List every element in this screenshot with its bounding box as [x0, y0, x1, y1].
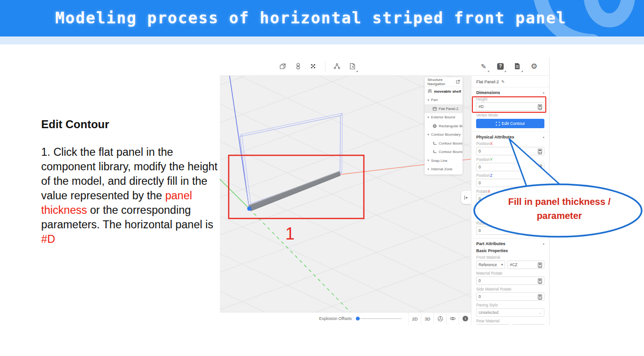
height-label: Height: [476, 97, 544, 102]
formula-icon[interactable]: [538, 104, 542, 109]
section-dimensions[interactable]: Dimensions ▴: [476, 90, 544, 95]
toolbar-separator: [325, 61, 326, 72]
settings-gear-icon[interactable]: ⚙: [530, 63, 538, 70]
tree-item-flat-panel-2[interactable]: Flat Panel-2: [425, 104, 463, 113]
edit-contour-button[interactable]: Edit Contour: [476, 119, 544, 128]
tree-item-contour-boundary-1[interactable]: Contour Bounda: [425, 139, 463, 148]
rear-material-label: Rear Material: [476, 319, 544, 323]
caret-down-icon: ▾: [427, 133, 429, 137]
paving-style-label: Paving Style: [476, 303, 544, 307]
dropdown-caret-icon: [521, 70, 523, 72]
info-icon[interactable]: !: [459, 312, 471, 325]
material-rotate-input[interactable]: 0: [476, 276, 544, 285]
side-material-rotate-input[interactable]: 0: [476, 292, 544, 301]
paving-style-select[interactable]: Unselected ⌄: [476, 308, 544, 317]
tree-item-contour-boundary[interactable]: ▾ Contour Boundary: [425, 131, 463, 139]
structure-nav-title: Structure Navigation: [427, 78, 456, 86]
highlight-parameter: #D: [41, 233, 55, 245]
export-file-icon[interactable]: [348, 63, 356, 70]
vertex-mode-label: Vertex Mode: [476, 113, 544, 117]
height-input[interactable]: #D: [476, 102, 544, 111]
dropdown-caret-icon: [504, 70, 506, 72]
formula-icon[interactable]: [538, 278, 542, 283]
structure-navigation-panel: Structure Navigation: [425, 77, 463, 174]
nodes-icon[interactable]: [333, 63, 340, 70]
basic-properties-label: Basic Properties: [476, 248, 544, 253]
material-rotate-label: Material Rotate: [476, 271, 544, 276]
caret-down-icon: ▾: [427, 116, 429, 119]
expand-panel-icon[interactable]: [456, 80, 460, 85]
callout-bubble: [472, 135, 644, 240]
components-cube-icon[interactable]: [279, 63, 286, 70]
section-part-attributes[interactable]: Part Attributes ▴: [476, 241, 544, 246]
panel-icon: [433, 107, 437, 111]
explosion-offsets-label: Explosion Offsets: [319, 316, 352, 321]
rename-pencil-icon[interactable]: ✎: [501, 80, 505, 84]
instructions-heading: Edit Contour: [41, 118, 224, 131]
chevron-down-icon: ⌄: [539, 311, 542, 315]
contour-frame-icon: [496, 122, 500, 126]
tree-item-snap-line[interactable]: ▾ Snap Line: [425, 156, 463, 165]
instructions-paragraph: 1. Click the flat panel in the component…: [41, 145, 224, 247]
viewport-3d[interactable]: 1 Structure Navigation: [220, 76, 471, 325]
rear-material-mode-select[interactable]: [476, 324, 509, 325]
front-material-input[interactable]: #CZ: [507, 261, 544, 269]
front-material-mode-select[interactable]: Reference ▾: [476, 261, 505, 269]
layers-icon: [427, 89, 432, 94]
document-icon[interactable]: [514, 63, 521, 70]
dropdown-caret-icon: [487, 70, 489, 72]
toolbar-right-group: ✎ ? ⚙: [470, 63, 549, 70]
link-icon[interactable]: [294, 63, 302, 70]
expand-right-icon: ▸: [466, 195, 468, 200]
collapse-up-icon: ▴: [543, 242, 544, 246]
contour-icon: [433, 150, 437, 154]
header-strip: [0, 36, 644, 44]
orbit-gizmo-icon[interactable]: [434, 312, 446, 325]
sphere-icon: [433, 124, 437, 128]
visibility-eye-icon[interactable]: [446, 312, 459, 325]
tree-item-contour-boundary-2[interactable]: Contour Bounda: [425, 148, 463, 157]
tree-item-part[interactable]: ▾ Part: [425, 96, 463, 105]
rear-material-input[interactable]: [512, 324, 544, 325]
caret-down-icon: ▾: [427, 167, 429, 171]
formula-icon[interactable]: [538, 294, 542, 299]
top-toolbar: ✎ ? ⚙: [220, 57, 549, 76]
selected-part-title: Flat Panel-2: [476, 80, 499, 84]
view-3d-button[interactable]: 3D: [421, 312, 434, 325]
caret-down-icon: ▾: [427, 98, 429, 102]
formula-icon[interactable]: [538, 262, 542, 268]
front-material-label: Front Material: [476, 255, 544, 260]
tree-item-internal-zone[interactable]: ▾ Internal Zone: [425, 165, 463, 174]
header-banner: Modeling process of horizontal striped f…: [0, 0, 644, 36]
collapse-up-icon: ▴: [543, 91, 544, 94]
flat-panel-bar[interactable]: [249, 171, 340, 211]
tree-item-moveable-shelf[interactable]: moveable shelf: [425, 87, 463, 96]
tree-item-rectangular-bound[interactable]: Rectangular Bou: [425, 122, 463, 131]
page: Modeling process of horizontal striped f…: [0, 0, 644, 356]
instructions-block: Edit Contour 1. Click the flat panel in …: [41, 118, 224, 247]
explosion-offsets-slider[interactable]: [356, 318, 402, 319]
texture-grid-icon[interactable]: [310, 63, 317, 70]
callout-text: Fill in panel thickness / parameter: [486, 195, 632, 223]
origin-point: [247, 207, 252, 211]
handle-bar-icon: [464, 196, 465, 200]
panel-collapse-handle[interactable]: ▸: [461, 191, 471, 204]
caret-down-icon: ▾: [501, 263, 503, 267]
caret-down-icon: ▾: [427, 159, 429, 162]
pencil-icon[interactable]: ✎: [480, 63, 487, 70]
page-title: Modeling process of horizontal striped f…: [55, 0, 566, 36]
help-icon[interactable]: ?: [497, 63, 504, 70]
side-material-rotate-label: Side Material Rotate: [476, 287, 544, 291]
view-2d-button[interactable]: 2D: [408, 312, 421, 325]
dropdown-caret-icon: [356, 70, 358, 72]
contour-icon: [433, 141, 437, 145]
annotation-step-number: 1: [285, 224, 295, 243]
tree-item-exterior-bound[interactable]: ▾ Exterior Bound: [425, 113, 463, 122]
viewport-bottom-bar: Explosion Offsets 2D 3D: [220, 312, 471, 325]
